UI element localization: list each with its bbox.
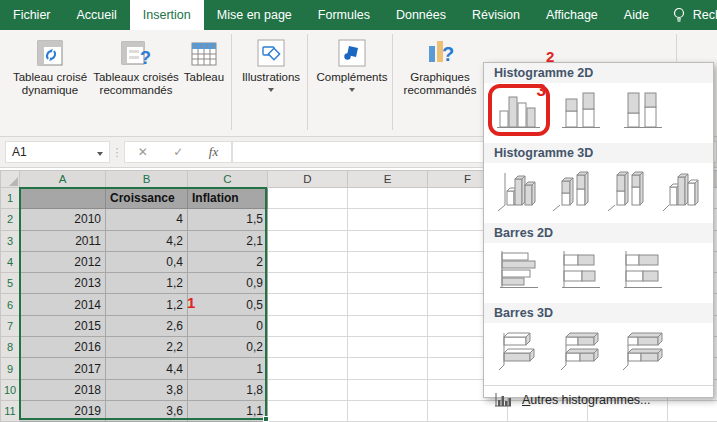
- formula-bar-handle[interactable]: ⋮: [110, 146, 124, 159]
- more-histograms-item[interactable]: Autres histogrammes...: [484, 385, 713, 414]
- cell[interactable]: [268, 188, 348, 209]
- row-header[interactable]: 2: [1, 209, 20, 230]
- cell[interactable]: 2011: [20, 230, 106, 251]
- cell[interactable]: [268, 337, 348, 358]
- cell[interactable]: [268, 273, 348, 294]
- tab-insertion[interactable]: Insertion: [130, 0, 204, 30]
- cell[interactable]: [268, 209, 348, 230]
- cell[interactable]: [348, 209, 428, 230]
- tab-mise-en-page[interactable]: Mise en page: [204, 0, 305, 30]
- cell[interactable]: 2: [188, 251, 268, 272]
- illustrations-button[interactable]: Illustrations: [238, 34, 304, 92]
- clustered-column-3d-item[interactable]: [496, 169, 540, 215]
- cell[interactable]: 2019: [20, 400, 106, 421]
- cell[interactable]: [268, 230, 348, 251]
- cancel-icon[interactable]: ✕: [138, 145, 148, 159]
- tab-aide[interactable]: Aide: [611, 0, 662, 30]
- col-header-C[interactable]: C: [188, 171, 268, 188]
- table-button[interactable]: Tableau: [180, 34, 228, 84]
- column-3d-item[interactable]: [661, 169, 705, 215]
- stacked-column-3d-item[interactable]: [551, 169, 595, 215]
- tab-revision[interactable]: Révision: [459, 0, 533, 30]
- cell[interactable]: 0,2: [188, 337, 268, 358]
- cell[interactable]: [268, 315, 348, 336]
- enter-icon[interactable]: ✓: [173, 145, 183, 159]
- row-header[interactable]: 10: [1, 379, 20, 400]
- cell[interactable]: 3,8: [106, 379, 188, 400]
- cell[interactable]: 0,4: [106, 251, 188, 272]
- recommended-charts-button[interactable]: ? Graphiques recommandés: [399, 34, 481, 97]
- stacked-bar-item[interactable]: [558, 249, 604, 295]
- clustered-bar-item[interactable]: [496, 249, 542, 295]
- cell[interactable]: 1,8: [188, 379, 268, 400]
- cell[interactable]: [268, 379, 348, 400]
- tab-donnees[interactable]: Données: [383, 0, 459, 30]
- row-header[interactable]: 4: [1, 251, 20, 272]
- cell[interactable]: 0: [188, 315, 268, 336]
- tab-formules[interactable]: Formules: [305, 0, 383, 30]
- cell[interactable]: 4,4: [106, 358, 188, 379]
- insert-function-icon[interactable]: fx: [209, 144, 218, 160]
- stacked-100-bar-3d-item[interactable]: [620, 329, 666, 375]
- cell[interactable]: [348, 358, 428, 379]
- cell[interactable]: 0,5: [188, 294, 268, 315]
- select-all-corner[interactable]: [1, 171, 20, 188]
- row-header[interactable]: 1: [1, 188, 20, 209]
- cell[interactable]: [268, 294, 348, 315]
- cell[interactable]: 2,6: [106, 315, 188, 336]
- cell[interactable]: 1,2: [106, 273, 188, 294]
- cell[interactable]: 4: [106, 209, 188, 230]
- col-header-A[interactable]: A: [20, 171, 106, 188]
- cell[interactable]: 3,6: [106, 400, 188, 421]
- cell[interactable]: [348, 294, 428, 315]
- row-header[interactable]: 3: [1, 230, 20, 251]
- stacked-100-bar-item[interactable]: [620, 249, 666, 295]
- stacked-100-column-item[interactable]: [620, 89, 666, 135]
- name-box[interactable]: A1: [5, 141, 110, 163]
- clustered-column-item[interactable]: 3: [496, 89, 542, 135]
- col-header-E[interactable]: E: [348, 171, 428, 188]
- stacked-100-column-3d-item[interactable]: [606, 169, 650, 215]
- row-header[interactable]: 7: [1, 315, 20, 336]
- cell[interactable]: 2017: [20, 358, 106, 379]
- row-header[interactable]: 5: [1, 273, 20, 294]
- cell[interactable]: 2,2: [106, 337, 188, 358]
- row-header[interactable]: 6: [1, 294, 20, 315]
- cell[interactable]: [348, 315, 428, 336]
- cell-B1[interactable]: Croissance: [106, 188, 188, 209]
- cell[interactable]: 0,9: [188, 273, 268, 294]
- cell-C1[interactable]: Inflation: [188, 188, 268, 209]
- cell[interactable]: 2013: [20, 273, 106, 294]
- cell[interactable]: 2,1: [188, 230, 268, 251]
- recommended-pivots-button[interactable]: ? Tableaux croisés recommandés: [92, 34, 180, 97]
- pivot-table-button[interactable]: Tableau croisé dynamique: [8, 34, 92, 97]
- cell[interactable]: [348, 400, 428, 421]
- cell[interactable]: 1,5: [188, 209, 268, 230]
- col-header-D[interactable]: D: [268, 171, 348, 188]
- cell[interactable]: 1,2: [106, 294, 188, 315]
- cell[interactable]: [348, 337, 428, 358]
- cell[interactable]: [348, 379, 428, 400]
- cell[interactable]: [348, 230, 428, 251]
- cell[interactable]: [268, 251, 348, 272]
- tab-fichier[interactable]: Fichier: [0, 0, 64, 30]
- cell-A1[interactable]: [20, 188, 106, 209]
- cell[interactable]: 4,2: [106, 230, 188, 251]
- cell[interactable]: 2014: [20, 294, 106, 315]
- row-header[interactable]: 9: [1, 358, 20, 379]
- cell[interactable]: 2018: [20, 379, 106, 400]
- cell[interactable]: 2012: [20, 251, 106, 272]
- row-header[interactable]: 11: [1, 400, 20, 421]
- row-header[interactable]: 8: [1, 337, 20, 358]
- cell[interactable]: 2015: [20, 315, 106, 336]
- cell[interactable]: [348, 273, 428, 294]
- tell-me-search[interactable]: Reche: [662, 0, 717, 30]
- stacked-bar-3d-item[interactable]: [558, 329, 604, 375]
- cell[interactable]: 1: [188, 358, 268, 379]
- cell[interactable]: [268, 358, 348, 379]
- addins-button[interactable]: Compléments: [314, 34, 390, 92]
- tab-affichage[interactable]: Affichage: [533, 0, 611, 30]
- clustered-bar-3d-item[interactable]: [496, 329, 542, 375]
- cell[interactable]: 2016: [20, 337, 106, 358]
- cell[interactable]: 1,1: [188, 400, 268, 421]
